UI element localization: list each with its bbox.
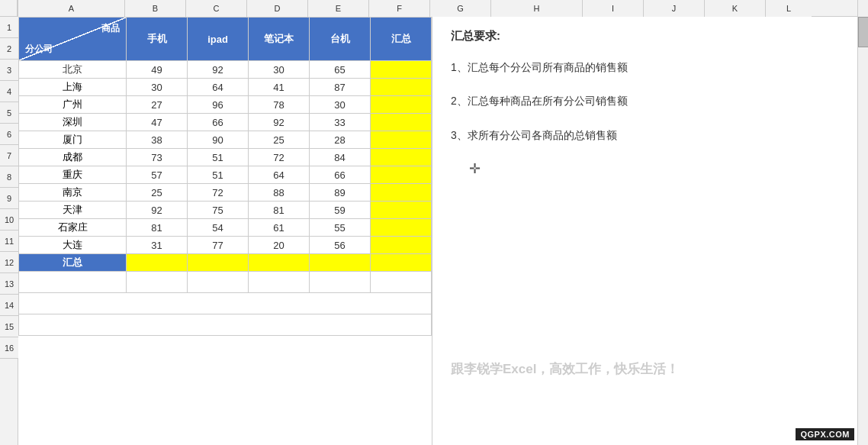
data-row-dalian[interactable]: 大连 31 77 20 56: [19, 237, 432, 254]
cell-e6[interactable]: 28: [310, 131, 371, 149]
cell-a2[interactable]: 北京: [19, 61, 127, 79]
cell-e9[interactable]: 89: [310, 184, 371, 202]
cell-d8[interactable]: 64: [249, 166, 310, 184]
data-row-shanghai[interactable]: 上海 30 64 41 87: [19, 79, 432, 96]
cell-b2[interactable]: 49: [127, 61, 188, 79]
col-header-h[interactable]: H: [491, 0, 583, 17]
cell-d9[interactable]: 88: [249, 184, 310, 202]
cell-c6[interactable]: 90: [188, 131, 249, 149]
data-row-guangzhou[interactable]: 广州 27 96 78 30: [19, 96, 432, 114]
cell-c5[interactable]: 66: [188, 114, 249, 131]
cell-d5[interactable]: 92: [249, 114, 310, 131]
cell-d4[interactable]: 78: [249, 96, 310, 114]
cell-e4[interactable]: 30: [310, 96, 371, 114]
cell-a11[interactable]: 石家庄: [19, 219, 127, 237]
cell-b3[interactable]: 30: [127, 79, 188, 96]
cell-e11[interactable]: 55: [310, 219, 371, 237]
cell-a4[interactable]: 广州: [19, 96, 127, 114]
row-header-14: 14: [0, 295, 18, 316]
cell-f5[interactable]: [371, 114, 432, 131]
data-row-xiamen[interactable]: 厦门 38 90 25 28: [19, 131, 432, 149]
cell-a13[interactable]: 汇总: [19, 254, 127, 272]
cell-b6[interactable]: 38: [127, 131, 188, 149]
cell-e7[interactable]: 84: [310, 149, 371, 166]
col-header-l[interactable]: L: [766, 0, 812, 17]
cell-a5[interactable]: 深圳: [19, 114, 127, 131]
cell-f11[interactable]: [371, 219, 432, 237]
cell-a10[interactable]: 天津: [19, 202, 127, 219]
col-header-b[interactable]: B: [125, 0, 186, 17]
cell-a12[interactable]: 大连: [19, 237, 127, 254]
data-row-beijing[interactable]: 北京 49 92 30 65: [19, 61, 432, 79]
cell-b13[interactable]: [127, 254, 188, 272]
cell-b4[interactable]: 27: [127, 96, 188, 114]
cell-f9[interactable]: [371, 184, 432, 202]
cell-c12[interactable]: 77: [188, 237, 249, 254]
cell-c3[interactable]: 64: [188, 79, 249, 96]
cell-b10[interactable]: 92: [127, 202, 188, 219]
cell-f8[interactable]: [371, 166, 432, 184]
cell-f6[interactable]: [371, 131, 432, 149]
cell-d13[interactable]: [249, 254, 310, 272]
cell-f3[interactable]: [371, 79, 432, 96]
cell-c13[interactable]: [188, 254, 249, 272]
cell-e5[interactable]: 33: [310, 114, 371, 131]
cell-a3[interactable]: 上海: [19, 79, 127, 96]
cell-a6[interactable]: 厦门: [19, 131, 127, 149]
col-header-j[interactable]: J: [644, 0, 705, 17]
col-header-e[interactable]: E: [308, 0, 369, 17]
cell-a7[interactable]: 成都: [19, 149, 127, 166]
cell-b5[interactable]: 47: [127, 114, 188, 131]
col-header-i[interactable]: I: [583, 0, 644, 17]
cell-e12[interactable]: 56: [310, 237, 371, 254]
watermark: QGPX.COM: [796, 428, 854, 440]
cell-e10[interactable]: 59: [310, 202, 371, 219]
cell-a8[interactable]: 重庆: [19, 166, 127, 184]
cell-c2[interactable]: 92: [188, 61, 249, 79]
col-header-d[interactable]: D: [247, 0, 308, 17]
cell-e2[interactable]: 65: [310, 61, 371, 79]
cell-f10[interactable]: [371, 202, 432, 219]
cell-f2[interactable]: [371, 61, 432, 79]
data-row-chengdu[interactable]: 成都 73 51 72 84: [19, 149, 432, 166]
col-header-c[interactable]: C: [186, 0, 247, 17]
data-row-nanjing[interactable]: 南京 25 72 88 89: [19, 184, 432, 202]
cell-d11[interactable]: 61: [249, 219, 310, 237]
cell-c11[interactable]: 54: [188, 219, 249, 237]
data-row-shijiazhuang[interactable]: 石家庄 81 54 61 55: [19, 219, 432, 237]
vertical-scrollbar[interactable]: [857, 0, 868, 445]
cell-b12[interactable]: 31: [127, 237, 188, 254]
data-row-chongqing[interactable]: 重庆 57 51 64 66: [19, 166, 432, 184]
cell-b7[interactable]: 73: [127, 149, 188, 166]
cell-c9[interactable]: 72: [188, 184, 249, 202]
cell-d12[interactable]: 20: [249, 237, 310, 254]
cell-d7[interactable]: 72: [249, 149, 310, 166]
cell-f4[interactable]: [371, 96, 432, 114]
summary-row[interactable]: 汇总: [19, 254, 432, 272]
cell-b9[interactable]: 25: [127, 184, 188, 202]
col-header-g[interactable]: G: [430, 0, 491, 17]
requirement-3: 3、求所有分公司各商品的总销售额: [451, 127, 839, 143]
cell-d10[interactable]: 81: [249, 202, 310, 219]
cell-b11[interactable]: 81: [127, 219, 188, 237]
col-header-f[interactable]: F: [369, 0, 430, 17]
cell-e3[interactable]: 87: [310, 79, 371, 96]
cell-f13[interactable]: [371, 254, 432, 272]
col-header-k[interactable]: K: [705, 0, 766, 17]
col-header-a[interactable]: A: [18, 0, 125, 17]
data-row-shenzhen[interactable]: 深圳 47 66 92 33: [19, 114, 432, 131]
cell-c7[interactable]: 51: [188, 149, 249, 166]
cell-d3[interactable]: 41: [249, 79, 310, 96]
data-row-tianjin[interactable]: 天津 92 75 81 59: [19, 202, 432, 219]
cell-c4[interactable]: 96: [188, 96, 249, 114]
cell-e8[interactable]: 66: [310, 166, 371, 184]
cell-b8[interactable]: 57: [127, 166, 188, 184]
cell-a9[interactable]: 南京: [19, 184, 127, 202]
cell-d6[interactable]: 25: [249, 131, 310, 149]
cell-f12[interactable]: [371, 237, 432, 254]
cell-c8[interactable]: 51: [188, 166, 249, 184]
cell-f7[interactable]: [371, 149, 432, 166]
cell-c10[interactable]: 75: [188, 202, 249, 219]
cell-d2[interactable]: 30: [249, 61, 310, 79]
cell-e13[interactable]: [310, 254, 371, 272]
